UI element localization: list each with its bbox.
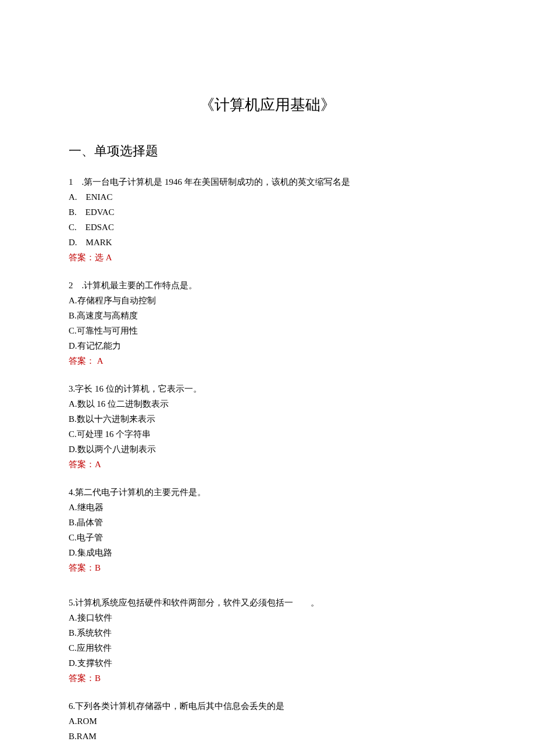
question-stem: 字长 16 位的计算机，它表示一。 [75, 384, 202, 393]
option-text: 数以 16 位二进制数表示 [77, 399, 169, 409]
option-d: D.数以两个八进制表示 [69, 442, 466, 456]
answer-line: 答案：B [69, 561, 466, 575]
option-label: A. [69, 192, 86, 202]
option-label: D. [69, 445, 77, 454]
option-label: C. [69, 223, 85, 232]
option-text: EDSAC [85, 223, 114, 232]
option-text: ENIAC [86, 192, 113, 202]
option-text: 晶体管 [77, 518, 103, 527]
answer-line: 答案：选 A [69, 250, 466, 264]
answer-line: 答案：A [69, 457, 466, 471]
option-c: C.可处理 16 个字符串 [69, 427, 466, 441]
document-title: 《计算机应用基础》 [69, 93, 466, 117]
option-label: A. [69, 296, 77, 305]
question-number: 2 . [69, 281, 84, 290]
question-stem: 第二代电子计算机的主要元件是。 [75, 488, 206, 497]
option-b: B.RAM [69, 729, 466, 743]
option-c: C. EDSAC [69, 220, 466, 234]
option-label: D. [69, 238, 86, 247]
option-text: 电子管 [77, 533, 103, 542]
option-label: D. [69, 548, 77, 557]
question-3: 3.字长 16 位的计算机，它表示一。 A.数以 16 位二进制数表示 B.数以… [69, 382, 466, 471]
answer-text: B [95, 673, 101, 683]
option-label: D. [69, 658, 77, 668]
option-b: B.系统软件 [69, 626, 466, 640]
answer-text: B [95, 563, 101, 572]
option-label: C. [69, 643, 77, 653]
answer-prefix: 答案： [69, 460, 95, 469]
option-a: A.接口软件 [69, 611, 466, 625]
option-a: A.存储程序与自动控制 [69, 293, 466, 307]
option-label: A. [69, 399, 77, 409]
answer-line: 答案：B [69, 671, 466, 685]
option-text: 有记忆能力 [77, 341, 121, 350]
question-stem: 第一台电子计算机是 1946 年在美国研制成功的，该机的英文缩写名是 [84, 177, 350, 187]
option-text: 数以两个八进制表示 [77, 445, 156, 454]
question-4: 4.第二代电子计算机的主要元件是。 A.继电器 B.晶体管 C.电子管 D.集成… [69, 485, 466, 575]
option-d: D.集成电路 [69, 546, 466, 560]
answer-prefix: 答案： [69, 673, 95, 683]
option-text: 集成电路 [77, 548, 112, 557]
option-b: B.高速度与高精度 [69, 309, 466, 323]
option-text: 继电器 [77, 503, 104, 512]
question-6: 6.下列各类计算机存储器中，断电后其中信息会丢失的是 A.ROM B.RAM [69, 699, 466, 743]
question-text: 1 .第一台电子计算机是 1946 年在美国研制成功的，该机的英文缩写名是 [69, 175, 466, 189]
question-stem: 下列各类计算机存储器中，断电后其中信息会丢失的是 [75, 701, 284, 711]
question-1: 1 .第一台电子计算机是 1946 年在美国研制成功的，该机的英文缩写名是 A.… [69, 175, 466, 264]
answer-line: 答案： A [69, 354, 466, 368]
question-stem: 计算机系统应包括硬件和软件两部分，软件又必须包括一 。 [75, 598, 319, 607]
question-number: 6. [69, 701, 75, 711]
option-label: A. [69, 613, 77, 622]
question-5: 5.计算机系统应包括硬件和软件两部分，软件又必须包括一 。 A.接口软件 B.系… [69, 596, 466, 685]
option-b: B. EDVAC [69, 205, 466, 219]
question-number: 5. [69, 598, 75, 607]
option-text: RAM [77, 732, 97, 741]
option-d: D. MARK [69, 235, 466, 249]
question-number: 3. [69, 384, 75, 393]
question-text: 4.第二代电子计算机的主要元件是。 [69, 485, 466, 499]
option-text: 可靠性与可用性 [77, 326, 138, 335]
option-label: B. [69, 628, 77, 637]
option-a: A.继电器 [69, 500, 466, 514]
answer-prefix: 答案： [69, 563, 95, 572]
option-text: 应用软件 [77, 643, 112, 653]
option-text: ROM [77, 716, 97, 726]
question-text: 2 .计算机最主要的工作特点是。 [69, 278, 466, 292]
option-label: B. [69, 732, 77, 741]
question-text: 5.计算机系统应包括硬件和软件两部分，软件又必须包括一 。 [69, 596, 466, 610]
answer-text: A [95, 356, 104, 366]
question-number: 1 . [69, 177, 84, 187]
option-label: B. [69, 518, 77, 527]
option-b: B.数以十六进制来表示 [69, 412, 466, 426]
option-a: A.ROM [69, 714, 466, 728]
option-label: D. [69, 341, 77, 350]
option-c: C.可靠性与可用性 [69, 324, 466, 338]
option-label: A. [69, 716, 77, 726]
option-label: A. [69, 503, 77, 512]
option-c: C.电子管 [69, 531, 466, 544]
option-label: B. [69, 207, 85, 217]
option-d: D.有记忆能力 [69, 339, 466, 353]
option-c: C.应用软件 [69, 641, 466, 655]
option-d: D.支撑软件 [69, 656, 466, 670]
question-2: 2 .计算机最主要的工作特点是。 A.存储程序与自动控制 B.高速度与高精度 C… [69, 278, 466, 368]
answer-text: A [95, 460, 101, 469]
answer-prefix: 答案： [69, 253, 95, 262]
option-label: B. [69, 414, 77, 424]
option-b: B.晶体管 [69, 515, 466, 529]
answer-text: 选 A [95, 253, 112, 262]
option-label: C. [69, 533, 77, 542]
option-text: EDVAC [85, 207, 115, 217]
option-a: A.数以 16 位二进制数表示 [69, 397, 466, 411]
option-label: C. [69, 326, 77, 335]
option-a: A. ENIAC [69, 190, 466, 204]
option-text: MARK [86, 238, 112, 247]
option-text: 支撑软件 [77, 658, 112, 668]
answer-prefix: 答案： [69, 356, 95, 366]
section-heading: 一、单项选择题 [69, 141, 466, 161]
option-text: 数以十六进制来表示 [77, 414, 155, 424]
option-text: 接口软件 [77, 613, 112, 622]
option-label: C. [69, 429, 77, 439]
question-text: 6.下列各类计算机存储器中，断电后其中信息会丢失的是 [69, 699, 466, 713]
question-number: 4. [69, 488, 75, 497]
